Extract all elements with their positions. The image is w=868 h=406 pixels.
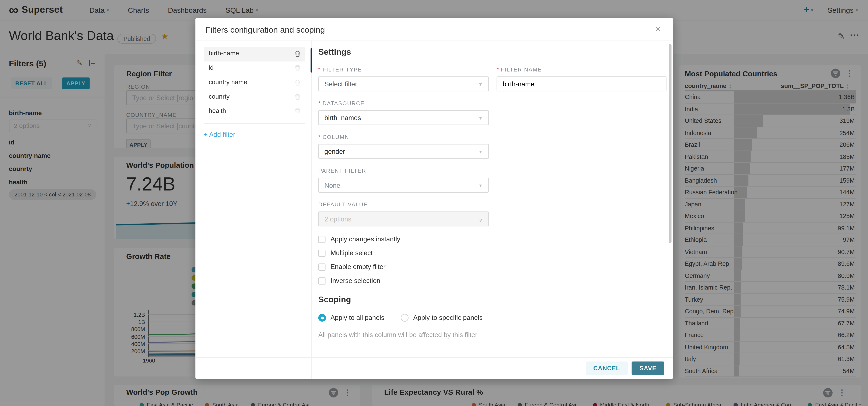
list-scrollbar-thumb[interactable] xyxy=(310,48,312,72)
checkbox-row: Apply changes instantly xyxy=(318,235,666,243)
filter-item-label: health xyxy=(209,107,226,114)
filter-type-field: *FILTER TYPE Select filter ▼ xyxy=(318,66,489,91)
column-field: *COLUMN gender ▼ xyxy=(318,134,666,159)
checkbox-unchecked[interactable] xyxy=(318,277,326,284)
scoping-radios: Apply to all panels Apply to specific pa… xyxy=(318,314,666,322)
radio-apply-specific[interactable] xyxy=(401,314,409,322)
chevron-down-icon: ▼ xyxy=(478,150,483,154)
default-value-field: DEFAULT VALUE 2 options ∨ xyxy=(318,201,666,226)
radio-apply-specific-label: Apply to specific panels xyxy=(413,314,483,322)
modal-filter-list: birth-nameidcountry namecounrtyhealth+ A… xyxy=(204,47,305,138)
chevron-down-icon: ▼ xyxy=(478,116,483,121)
trash-icon[interactable] xyxy=(294,94,301,101)
checkbox-label: Enable empty filter xyxy=(331,263,385,271)
column-select[interactable]: gender ▼ xyxy=(318,144,489,159)
checkbox-label: Multiple select xyxy=(331,249,372,257)
radio-apply-all-selected[interactable] xyxy=(318,314,326,322)
required-asterisk: * xyxy=(497,66,499,72)
filter-item-label: id xyxy=(209,64,214,71)
modal-filter-item-country-name[interactable]: country name xyxy=(204,76,305,90)
divider xyxy=(311,40,312,379)
required-asterisk: * xyxy=(318,100,321,106)
chevron-down-icon: ▼ xyxy=(478,82,483,87)
filters-config-modal: Filters configuration and scoping ✕ birt… xyxy=(195,18,673,379)
checkbox-unchecked[interactable] xyxy=(318,236,326,243)
parent-filter-select[interactable]: None ▼ xyxy=(318,178,489,193)
filter-item-label: country name xyxy=(209,79,247,85)
trash-icon[interactable] xyxy=(294,65,301,72)
divider xyxy=(204,123,305,124)
required-asterisk: * xyxy=(318,66,321,72)
filter-name-input[interactable]: birth-name xyxy=(497,76,666,91)
modal-settings-pane: Settings *FILTER TYPE Select filter ▼ *F… xyxy=(318,47,666,339)
modal-filter-item-counrty[interactable]: counrty xyxy=(204,90,305,104)
modal-filter-item-birth-name[interactable]: birth-name xyxy=(204,47,305,62)
datasource-select[interactable]: birth_names ▼ xyxy=(318,110,489,125)
chevron-down-icon: ▼ xyxy=(478,183,483,188)
modal-title: Filters configuration and scoping xyxy=(205,25,325,34)
save-button[interactable]: SAVE xyxy=(632,362,664,375)
required-asterisk: * xyxy=(318,134,321,140)
modal-filter-item-health[interactable]: health xyxy=(204,104,305,119)
default-value-select[interactable]: 2 options ∨ xyxy=(318,212,489,226)
cancel-button[interactable]: CANCEL xyxy=(585,362,628,375)
chevron-down-icon: ∨ xyxy=(479,217,483,223)
checkbox-label: Inverse selection xyxy=(331,277,380,285)
trash-icon[interactable] xyxy=(294,50,301,58)
checkbox-unchecked[interactable] xyxy=(318,263,326,271)
checkbox-label: Apply changes instantly xyxy=(331,235,400,243)
trash-icon[interactable] xyxy=(294,108,301,116)
settings-heading: Settings xyxy=(318,47,666,56)
parent-filter-field: PARENT FILTER None ▼ xyxy=(318,168,666,193)
modal-filter-item-id[interactable]: id xyxy=(204,62,305,76)
filter-type-select[interactable]: Select filter ▼ xyxy=(318,76,489,91)
radio-apply-all-label: Apply to all panels xyxy=(331,314,384,322)
scoping-helper-text: All panels with this column will be affe… xyxy=(318,331,666,339)
datasource-field: *DATASOURCE birth_names ▼ xyxy=(318,100,666,125)
checkbox-row: Inverse selection xyxy=(318,277,666,285)
modal-header: Filters configuration and scoping ✕ xyxy=(195,18,673,40)
checkbox-row: Enable empty filter xyxy=(318,263,666,271)
modal-footer: CANCEL SAVE xyxy=(195,357,673,379)
filter-item-label: counrty xyxy=(209,93,229,99)
scoping-heading: Scoping xyxy=(318,294,666,304)
add-filter-button[interactable]: + Add filter xyxy=(204,131,305,138)
filter-item-label: birth-name xyxy=(209,50,239,56)
checkbox-unchecked[interactable] xyxy=(318,249,326,257)
checkbox-group: Apply changes instantlyMultiple selectEn… xyxy=(318,235,666,284)
filter-name-field: *FILTER NAME birth-name xyxy=(497,66,666,91)
modal-scrollbar-thumb[interactable] xyxy=(669,44,672,243)
trash-icon[interactable] xyxy=(294,79,301,87)
checkbox-row: Multiple select xyxy=(318,249,666,257)
superset-app: ∞ Superset Data▾ChartsDashboardsSQL Lab▾… xyxy=(0,0,868,406)
close-icon[interactable]: ✕ xyxy=(655,25,661,33)
